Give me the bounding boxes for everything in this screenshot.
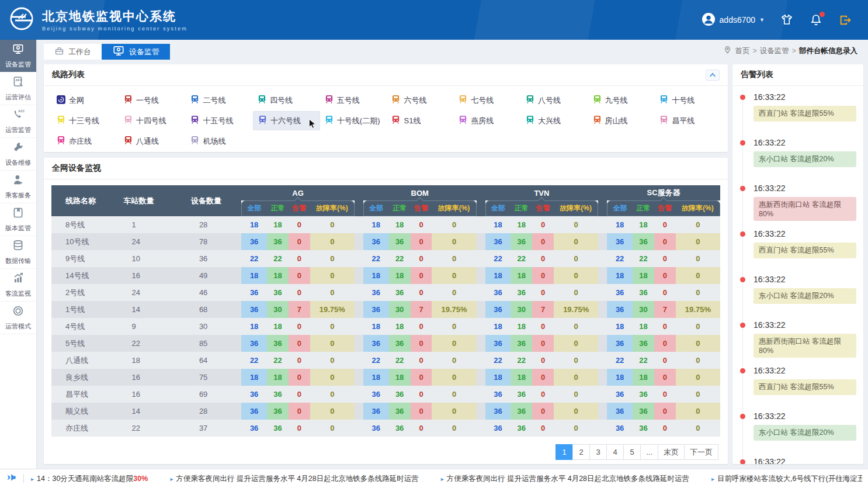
user-menu[interactable]: adds6700 ▼ (702, 12, 765, 28)
tab-设备监管[interactable]: 设备监管 (102, 44, 170, 60)
sub-header: 故障率(%) (676, 200, 720, 216)
page-button-...[interactable]: ... (640, 444, 658, 460)
sidebar-item-设备监管[interactable]: 设备监管 (0, 40, 36, 72)
tab-工作台[interactable]: 工作台 (44, 44, 102, 60)
alarm-time: 16:33:22 (754, 320, 863, 330)
page-button-下一页[interactable]: 下一页 (684, 444, 718, 460)
cell-all: 18 (241, 267, 267, 284)
logout-icon[interactable] (838, 13, 853, 27)
page-button-5[interactable]: 5 (623, 444, 641, 460)
line-item-亦庄线[interactable]: 亦庄线 (52, 131, 119, 151)
line-item-十四号线[interactable]: 十四号线 (119, 111, 186, 130)
line-item-label: 十三号线 (69, 116, 99, 126)
cell-normal: 18 (267, 267, 289, 284)
line-item-十号线(二期)[interactable]: 十号线(二期) (320, 111, 387, 130)
line-item-燕房线[interactable]: 燕房线 (454, 111, 521, 130)
body-row: 线路列表 全网 一号线 二号线 四号线 五号线 六号线 七号线 八号线 九号线 … (36, 60, 868, 469)
cell-station-count: 16 (116, 369, 183, 386)
line-item-全网[interactable]: 全网 (52, 91, 119, 110)
group-header-TVN: TVN (485, 185, 599, 200)
ticker-arrow-icon: ▸ (711, 476, 714, 482)
line-item-机场线[interactable]: 机场线 (186, 131, 253, 151)
content-wrap: 工作台 设备监管 首页>设备监管>部件台帐信息录入 线路列表 (36, 40, 868, 469)
line-item-label: 十六号线 (270, 116, 301, 126)
cell-line-name: 亦庄线 (51, 420, 116, 437)
sidebar-item-数据传输[interactable]: 数据传输 (0, 236, 36, 269)
cell-normal: 36 (511, 284, 532, 301)
page-button-2[interactable]: 2 (572, 444, 590, 460)
alarm-message: 东小口站 客流超限20% (754, 288, 856, 304)
train-icon (190, 95, 199, 106)
cell-normal: 36 (267, 386, 289, 403)
line-item-八通线[interactable]: 八通线 (119, 131, 186, 151)
cell-line-name: 昌平线 (51, 386, 116, 403)
cell-line-name: 5号线 (51, 335, 116, 352)
line-item-label: 八通线 (136, 136, 159, 147)
cell-all: 36 (485, 233, 511, 250)
collapse-panel-button[interactable] (706, 70, 720, 81)
breadcrumb-item-首页[interactable]: 首页 (735, 46, 749, 56)
cell-fault-rate: 0 (676, 284, 720, 301)
line-item-房山线[interactable]: 房山线 (588, 111, 655, 130)
sidebar-item-运营监管[interactable]: ACC 运营监管 (0, 105, 36, 138)
cell-line-name: 八通线 (51, 352, 116, 369)
cell-fault-rate: 0 (432, 267, 476, 284)
cell-normal: 36 (389, 403, 411, 420)
gap-cell (477, 403, 485, 420)
page-button-3[interactable]: 3 (589, 444, 607, 460)
gap-cell (355, 318, 363, 335)
sidebar-item-设备维修[interactable]: 设备维修 (0, 138, 36, 171)
line-item-十三号线[interactable]: 十三号线 (52, 111, 119, 130)
cell-fault-rate: 0 (676, 386, 720, 403)
sidebar-item-客流监视[interactable]: 客流监视 (0, 269, 36, 302)
line-item-大兴线[interactable]: 大兴线 (521, 111, 588, 130)
line-item-四号线[interactable]: 四号线 (253, 91, 320, 110)
cell-device-count: 28 (183, 216, 241, 233)
line-item-十五号线[interactable]: 十五号线 (186, 111, 253, 130)
page-button-1[interactable]: 1 (555, 444, 573, 460)
cell-all: 36 (363, 301, 389, 318)
line-item-S1线[interactable]: S1线 (387, 111, 454, 130)
cell-fault-rate: 0 (310, 386, 355, 403)
cell-all: 18 (363, 216, 389, 233)
line-item-八号线[interactable]: 八号线 (521, 91, 588, 110)
page-button-末页[interactable]: 末页 (658, 444, 685, 460)
cell-fault-rate: 0 (432, 318, 476, 335)
breadcrumb-item-设备监管[interactable]: 设备监管 (760, 46, 789, 56)
cell-all: 22 (241, 352, 267, 369)
cell-alarm: 0 (411, 352, 432, 369)
line-item-五号线[interactable]: 五号线 (320, 91, 387, 110)
monitor-icon (112, 44, 125, 59)
line-item-九号线[interactable]: 九号线 (588, 91, 655, 110)
line-item-十六号线[interactable]: 十六号线 (253, 111, 320, 130)
line-item-七号线[interactable]: 七号线 (454, 91, 521, 110)
sidebar-item-乘客服务[interactable]: 乘客服务 (0, 171, 36, 203)
gap-cell (598, 352, 607, 369)
line-item-昌平线[interactable]: 昌平线 (655, 111, 722, 130)
cell-fault-rate: 0 (432, 284, 476, 301)
line-item-六号线[interactable]: 六号线 (387, 91, 454, 110)
sidebar-item-运营评估[interactable]: AFC 运营评估 (0, 72, 36, 105)
notifications-bell-icon[interactable] (809, 13, 823, 27)
alarm-entry: 16:33:22 东小口站 客流超限20% (732, 137, 863, 183)
cell-station-count: 22 (116, 335, 183, 352)
cell-alarm: 0 (289, 335, 310, 352)
cell-station-count: 24 (116, 233, 183, 250)
gap-cell (355, 369, 363, 386)
gap-cell (477, 250, 485, 267)
line-item-一号线[interactable]: 一号线 (119, 91, 186, 110)
line-item-十号线[interactable]: 十号线 (655, 91, 722, 110)
sub-header: 告警 (654, 200, 676, 216)
gap-cell (477, 216, 485, 233)
cell-all: 18 (363, 318, 389, 335)
sidebar-item-版本监管[interactable]: 版本监管 (0, 203, 36, 236)
cell-all: 18 (363, 267, 389, 284)
sidebar-item-label: 设备监管 (5, 60, 31, 69)
theme-skin-icon[interactable] (780, 13, 794, 27)
sidebar-item-运营模式[interactable]: 运营模式 (0, 302, 36, 334)
cell-fault-rate: 0 (554, 420, 598, 437)
line-item-二号线[interactable]: 二号线 (186, 91, 253, 110)
content-column: 线路列表 全网 一号线 二号线 四号线 五号线 六号线 七号线 八号线 九号线 … (44, 64, 728, 464)
page-button-4[interactable]: 4 (606, 444, 624, 460)
cell-alarm: 0 (411, 386, 432, 403)
